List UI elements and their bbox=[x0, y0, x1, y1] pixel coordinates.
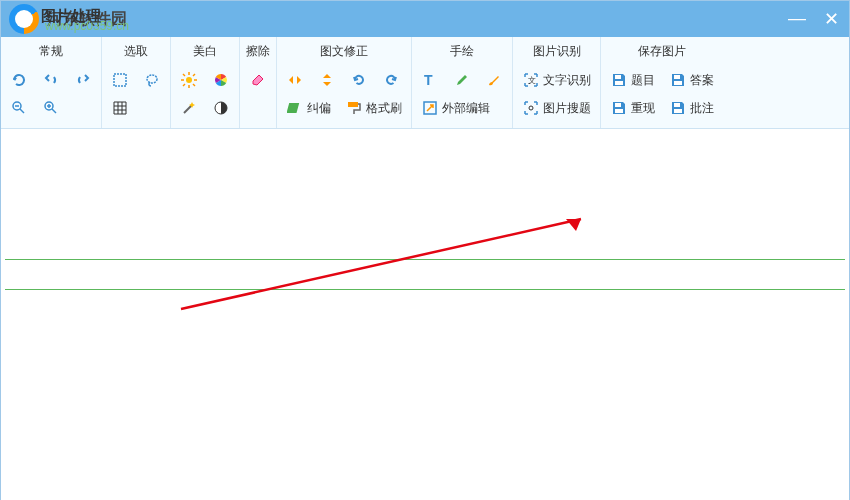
rect-select-icon bbox=[111, 71, 129, 89]
group-correction: 图文修正 纠偏 格式刷 bbox=[277, 37, 412, 128]
refresh-button[interactable] bbox=[7, 69, 31, 91]
group-title: 选取 bbox=[108, 41, 164, 66]
image-search-icon bbox=[522, 99, 540, 117]
paint-roller-icon bbox=[345, 99, 363, 117]
grid-button[interactable] bbox=[108, 97, 132, 119]
svg-rect-31 bbox=[615, 103, 621, 107]
redo-button[interactable] bbox=[71, 69, 95, 91]
format-painter-button[interactable]: 格式刷 bbox=[342, 97, 405, 119]
label: 重现 bbox=[631, 100, 655, 117]
ocr-text-button[interactable]: 文文字识别 bbox=[519, 69, 594, 91]
group-general: 常规 bbox=[1, 37, 102, 128]
svg-point-26 bbox=[529, 106, 533, 110]
group-title: 美白 bbox=[177, 41, 233, 66]
color-button[interactable] bbox=[209, 69, 233, 91]
svg-line-16 bbox=[183, 84, 185, 86]
svg-line-4 bbox=[52, 109, 56, 113]
eraser-icon bbox=[249, 71, 267, 89]
svg-marker-36 bbox=[566, 219, 581, 231]
ribbon-toolbar: 常规 选取 美白 bbox=[1, 37, 849, 129]
save-reproduce-button[interactable]: 重现 bbox=[607, 97, 658, 119]
brightness-button[interactable] bbox=[177, 69, 201, 91]
label: 纠偏 bbox=[307, 100, 331, 117]
rect-select-button[interactable] bbox=[108, 69, 132, 91]
svg-line-35 bbox=[181, 219, 581, 309]
label: 外部编辑 bbox=[442, 100, 490, 117]
group-recognize: 图片识别 文文字识别 图片搜题 bbox=[513, 37, 601, 128]
svg-rect-22 bbox=[348, 102, 358, 107]
redo-icon bbox=[74, 71, 92, 89]
group-title: 手绘 bbox=[418, 41, 506, 66]
image-search-button[interactable]: 图片搜题 bbox=[519, 97, 594, 119]
label: 答案 bbox=[690, 72, 714, 89]
deskew-button[interactable]: 纠偏 bbox=[283, 97, 334, 119]
svg-rect-33 bbox=[674, 103, 680, 107]
group-whiten: 美白 bbox=[171, 37, 240, 128]
save-annotation-button[interactable]: 批注 bbox=[666, 97, 717, 119]
pencil-button[interactable] bbox=[450, 69, 474, 91]
minimize-button[interactable]: — bbox=[787, 8, 807, 30]
group-save: 保存图片 题目 答案 重现 批注 bbox=[601, 37, 723, 128]
titlebar: 河东软件园 www.pc0359.cn 图片处理 — ✕ bbox=[1, 1, 849, 37]
group-title: 图文修正 bbox=[283, 41, 405, 66]
label: 批注 bbox=[690, 100, 714, 117]
svg-point-9 bbox=[186, 77, 192, 83]
save-question-button[interactable]: 题目 bbox=[607, 69, 658, 91]
zoom-in-button[interactable] bbox=[39, 97, 63, 119]
canvas-area[interactable] bbox=[1, 129, 849, 500]
svg-line-1 bbox=[20, 109, 24, 113]
text-icon: T bbox=[421, 71, 439, 89]
contrast-button[interactable] bbox=[209, 97, 233, 119]
pencil-icon bbox=[453, 71, 471, 89]
zoom-in-icon bbox=[42, 99, 60, 117]
label: 图片搜题 bbox=[543, 100, 591, 117]
flip-h-button[interactable] bbox=[283, 69, 307, 91]
brush-button[interactable] bbox=[482, 69, 506, 91]
svg-rect-30 bbox=[674, 81, 682, 85]
eraser-button[interactable] bbox=[246, 69, 270, 91]
deskew-icon bbox=[286, 99, 304, 117]
rotate-cw-icon bbox=[382, 71, 400, 89]
save-icon bbox=[669, 99, 687, 117]
svg-rect-32 bbox=[615, 109, 623, 113]
save-icon bbox=[610, 99, 628, 117]
flip-v-button[interactable] bbox=[315, 69, 339, 91]
svg-rect-34 bbox=[674, 109, 682, 113]
group-title: 擦除 bbox=[246, 41, 270, 66]
close-button[interactable]: ✕ bbox=[821, 8, 841, 30]
brush-icon bbox=[485, 71, 503, 89]
label: 格式刷 bbox=[366, 100, 402, 117]
magic-wand-icon bbox=[180, 99, 198, 117]
svg-line-19 bbox=[184, 105, 192, 113]
svg-text:文: 文 bbox=[528, 76, 536, 85]
guide-line bbox=[5, 259, 845, 260]
svg-rect-28 bbox=[615, 81, 623, 85]
flip-v-icon bbox=[318, 71, 336, 89]
lasso-icon bbox=[143, 71, 161, 89]
svg-rect-27 bbox=[615, 75, 621, 79]
undo-button[interactable] bbox=[39, 69, 63, 91]
save-answer-button[interactable]: 答案 bbox=[666, 69, 717, 91]
rotate-ccw-button[interactable] bbox=[347, 69, 371, 91]
group-select: 选取 bbox=[102, 37, 171, 128]
grid-icon bbox=[111, 99, 129, 117]
sun-icon bbox=[180, 71, 198, 89]
guide-line bbox=[5, 289, 845, 290]
color-wheel-icon bbox=[212, 71, 230, 89]
group-draw: 手绘 T 外部编辑 bbox=[412, 37, 513, 128]
zoom-out-icon bbox=[10, 99, 28, 117]
svg-rect-29 bbox=[674, 75, 680, 79]
external-edit-button[interactable]: 外部编辑 bbox=[418, 97, 493, 119]
app-logo-icon bbox=[9, 4, 39, 34]
group-title: 常规 bbox=[7, 41, 95, 66]
annotation-arrow-icon bbox=[171, 209, 611, 319]
wand-button[interactable] bbox=[177, 97, 201, 119]
label: 文字识别 bbox=[543, 72, 591, 89]
ocr-icon: 文 bbox=[522, 71, 540, 89]
lasso-select-button[interactable] bbox=[140, 69, 164, 91]
rotate-cw-button[interactable] bbox=[379, 69, 403, 91]
zoom-out-button[interactable] bbox=[7, 97, 31, 119]
svg-line-17 bbox=[193, 74, 195, 76]
contrast-icon bbox=[212, 99, 230, 117]
text-button[interactable]: T bbox=[418, 69, 442, 91]
